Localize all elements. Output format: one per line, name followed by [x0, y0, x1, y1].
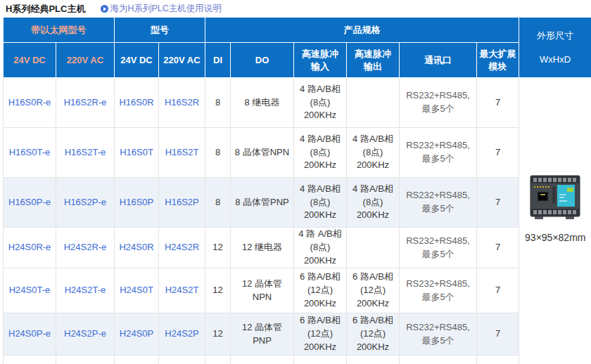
model-link[interactable]: H16S2R: [159, 78, 205, 128]
do-cell: 12 晶体管 NPN: [231, 268, 294, 313]
di-cell: 12: [205, 268, 231, 313]
col-header-220vac: 220V AC: [159, 43, 205, 78]
pulse-in-cell: 6 路A/B相 (12点) 200KHz: [294, 313, 347, 356]
max-expand-cell: 7: [477, 313, 519, 356]
col-header-max-expand: 最大扩展模块: [477, 43, 519, 78]
model-link[interactable]: H24S0R: [115, 228, 159, 268]
model-link[interactable]: H16S2T-e: [56, 128, 115, 178]
page-title: H系列经典PLC主机: [6, 3, 85, 15]
table-row: H16S0P-e H16S2P-e H16S0P H16S2P 8 8 晶体管P…: [4, 178, 591, 228]
table-row: H16S0R-e H16S2R-e H16S0R H16S2R 8 8 继电器 …: [4, 78, 591, 128]
product-dimensions: 93×95×82mm: [525, 230, 585, 245]
col-header-pulse-in: 高速脉冲 输入: [294, 43, 347, 78]
pulse-out-cell: [347, 78, 400, 128]
col-header-comm: 通讯口: [400, 43, 477, 78]
pulse-out-cell: 6 路A/B相 (12点) 200KHz: [347, 268, 400, 313]
model-link[interactable]: H24S2R-e: [56, 228, 115, 268]
max-expand-cell: 7: [477, 128, 519, 178]
model-link[interactable]: H24S0T: [115, 268, 159, 313]
model-link[interactable]: H16S2R-e: [56, 78, 115, 128]
table-row: H24S0P-e H24S2P-e H24S0P H24S2P 12 12 晶体…: [4, 313, 591, 356]
col-header-do: DO: [231, 43, 294, 78]
model-link[interactable]: H16S2P: [159, 178, 205, 228]
pulse-in-cell: 4 路 A/B相 (8点) 200KHz: [294, 228, 347, 268]
comm-cell: RS232+RS485, 最多5个: [400, 228, 477, 268]
comm-cell: RS232+RS485, 最多5个: [400, 78, 477, 128]
circle-arrow-icon: [101, 5, 108, 13]
model-link[interactable]: H24S2T: [159, 268, 205, 313]
plc-device-image: [528, 173, 583, 221]
group-header-models: 型号: [115, 18, 205, 43]
pulse-out-cell: [347, 228, 400, 268]
max-expand-cell: 7: [477, 178, 519, 228]
do-cell: 8 晶体管NPN: [231, 128, 294, 178]
table-row: H24S0T-e H24S2T-e H24S0T H24S2T 12 12 晶体…: [4, 268, 591, 313]
col-header-eth-24vdc: 24V DC: [4, 43, 56, 78]
di-cell: 8: [205, 178, 231, 228]
model-link[interactable]: H24S2P: [159, 313, 205, 356]
model-link[interactable]: H16S2P-e: [56, 178, 115, 228]
product-photo-cell: 93×95×82mm: [519, 78, 591, 364]
model-link[interactable]: H16S0P: [115, 178, 159, 228]
group-header-dimensions: 外形尺寸 WxHxD: [519, 18, 591, 78]
pulse-in-cell: 4 路A/B相 (8点) 200KHz: [294, 128, 347, 178]
model-link[interactable]: H16S2T: [159, 128, 205, 178]
do-cell: 12 继电器: [231, 228, 294, 268]
col-header-di: DI: [205, 43, 231, 78]
max-expand-cell: 7: [477, 268, 519, 313]
model-link[interactable]: H16S0R-e: [4, 78, 56, 128]
model-link[interactable]: H24S0R-e: [4, 228, 56, 268]
max-expand-cell: 7: [477, 78, 519, 128]
top-bar: H系列经典PLC主机 海为H系列PLC主机使用说明: [0, 0, 591, 17]
model-link[interactable]: H24S0T-e: [4, 268, 56, 313]
comm-cell: RS232+RS485, 最多5个: [400, 178, 477, 228]
do-cell: 12 晶体管 PNP: [231, 313, 294, 356]
model-link[interactable]: H16S0P-e: [4, 178, 56, 228]
col-header-pulse-out: 高速脉冲 输出: [347, 43, 400, 78]
max-expand-cell: 7: [477, 228, 519, 268]
model-link[interactable]: H16S0T-e: [4, 128, 56, 178]
table-row: H16S0T-e H16S2T-e H16S0T H16S2T 8 8 晶体管N…: [4, 128, 591, 178]
comm-cell: RS232+RS485, 最多5个: [400, 128, 477, 178]
model-link[interactable]: H24S0P-e: [4, 313, 56, 356]
di-cell: 12: [205, 228, 231, 268]
col-header-eth-220vac: 220V AC: [56, 43, 115, 78]
model-link[interactable]: H24S2R: [159, 228, 205, 268]
plc-spec-table: 带以太网型号 型号 产品规格 外形尺寸 WxHxD 24V DC 220V AC…: [3, 17, 591, 364]
di-cell: 12: [205, 313, 231, 356]
pulse-in-cell: 6 路A/B相 (12点) 200KHz: [294, 268, 347, 313]
model-link[interactable]: H24S0P: [115, 313, 159, 356]
model-link[interactable]: H16S0R: [115, 78, 159, 128]
doc-link-label: 海为H系列PLC主机使用说明: [110, 3, 221, 15]
col-header-24vdc: 24V DC: [115, 43, 159, 78]
model-link[interactable]: H16S0T: [115, 128, 159, 178]
group-header-product-specs: 产品规格: [205, 18, 519, 43]
di-cell: 8: [205, 78, 231, 128]
pulse-out-cell: 6 路A/B相 (12点) 200KHz: [347, 313, 400, 356]
comm-cell: RS232+RS485, 最多5个: [400, 268, 477, 313]
usage-doc-link[interactable]: 海为H系列PLC主机使用说明: [101, 3, 221, 15]
group-header-ethernet-models: 带以太网型号: [4, 18, 115, 43]
do-cell: 8 继电器: [231, 78, 294, 128]
model-link[interactable]: H24S2P-e: [56, 313, 115, 356]
do-cell: 8 晶体管PNP: [231, 178, 294, 228]
table-row: H24S0R-e H24S2R-e H24S0R H24S2R 12 12 继电…: [4, 228, 591, 268]
pulse-out-cell: 4 路A/B相 (8点) 200KHz: [347, 178, 400, 228]
model-link[interactable]: H24S2T-e: [56, 268, 115, 313]
di-cell: 8: [205, 128, 231, 178]
pulse-in-cell: 4 路A/B相 (8点) 200KHz: [294, 178, 347, 228]
pulse-out-cell: 4 路A/B相 (8点) 200KHz: [347, 128, 400, 178]
pulse-in-cell: 4 路A/B相 (8点) 200KHz: [294, 78, 347, 128]
table-row-partial: [4, 356, 591, 364]
comm-cell: RS232+RS485, 最多5个: [400, 313, 477, 356]
